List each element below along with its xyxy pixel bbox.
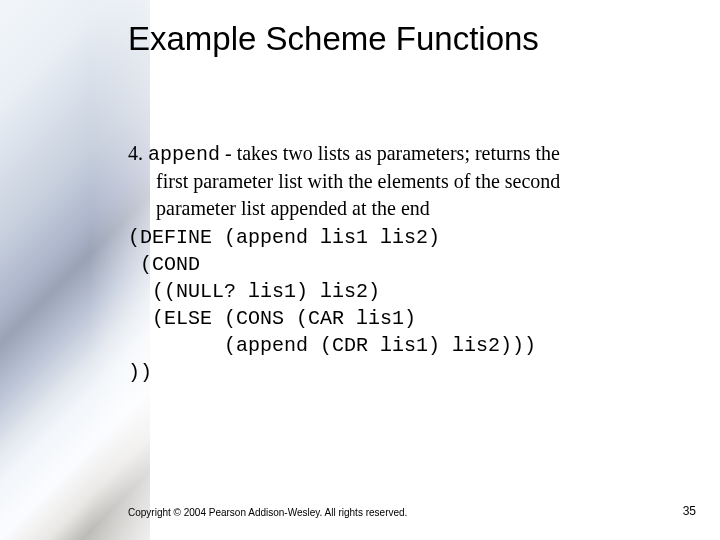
slide-title: Example Scheme Functions <box>128 20 539 58</box>
code-line-3: ((NULL? lis1) lis2) <box>128 280 380 303</box>
item-number: 4. <box>128 142 143 164</box>
code-line-4: (ELSE (CONS (CAR lis1) <box>128 307 416 330</box>
function-name: append <box>148 143 220 166</box>
code-line-6: )) <box>128 361 152 384</box>
slide-container: Example Scheme Functions 4. append - tak… <box>0 0 720 540</box>
page-number: 35 <box>683 504 696 518</box>
desc-line-2: first parameter list with the elements o… <box>128 168 688 195</box>
slide-body: 4. append - takes two lists as parameter… <box>128 140 688 386</box>
desc-line-1: 4. append - takes two lists as parameter… <box>128 140 688 168</box>
code-line-2: (COND <box>128 253 200 276</box>
copyright-text: Copyright © 2004 Pearson Addison-Wesley.… <box>128 507 407 518</box>
desc-line-3: parameter list appended at the end <box>128 195 688 222</box>
code-line-1: (DEFINE (append lis1 lis2) <box>128 226 440 249</box>
code-line-5: (append (CDR lis1) lis2))) <box>128 334 536 357</box>
code-block: (DEFINE (append lis1 lis2) (COND ((NULL?… <box>128 224 688 386</box>
desc-part1: - takes two lists as parameters; returns… <box>220 142 560 164</box>
